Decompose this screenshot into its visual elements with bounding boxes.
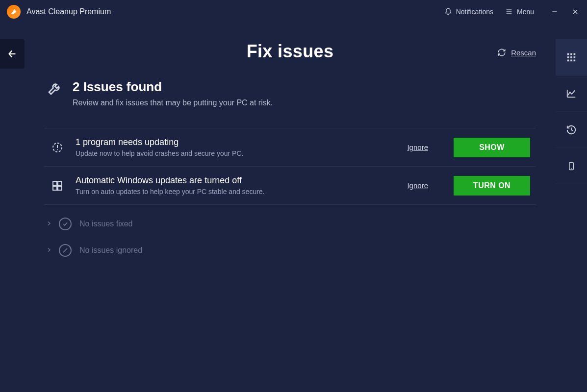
- svg-rect-12: [574, 56, 576, 58]
- wrench-icon: [47, 80, 63, 98]
- right-sidebar: [556, 39, 587, 184]
- app-logo-icon: [7, 5, 21, 19]
- main-content: Fix issues Rescan 2 Issues found Review …: [25, 29, 556, 392]
- issues-found-subtitle: Review and fix issues that may be puttin…: [73, 98, 273, 107]
- issue-desc: Turn on auto updates to help keep your P…: [76, 188, 396, 196]
- issue-title: 1 program needs updating: [76, 137, 396, 147]
- svg-rect-10: [567, 56, 569, 58]
- fixed-issues-section[interactable]: No issues fixed: [46, 211, 536, 237]
- issue-title: Automatic Windows updates are turned off: [76, 175, 396, 186]
- fixed-issues-label: No issues fixed: [79, 220, 133, 228]
- chevron-right-icon: [46, 246, 51, 255]
- rescan-button[interactable]: Rescan: [497, 48, 536, 57]
- svg-point-20: [57, 149, 58, 150]
- menu-button[interactable]: Menu: [501, 5, 538, 19]
- chevron-right-icon: [46, 220, 51, 228]
- sidebar-item-mobile[interactable]: [556, 148, 587, 184]
- close-button[interactable]: [570, 7, 580, 17]
- update-alert-icon: [50, 142, 65, 153]
- ignored-issues-section[interactable]: No issues ignored: [46, 237, 536, 264]
- minimize-button[interactable]: [550, 7, 560, 17]
- bell-icon: [444, 8, 452, 16]
- svg-rect-14: [570, 59, 572, 61]
- windows-update-icon: [50, 180, 65, 192]
- svg-rect-13: [567, 59, 569, 61]
- issue-row: 1 program needs updating Update now to h…: [44, 128, 536, 166]
- app-title: Avast Cleanup Premium: [26, 7, 111, 16]
- refresh-icon: [497, 48, 506, 57]
- rescan-label: Rescan: [511, 49, 536, 57]
- sidebar-item-apps[interactable]: [556, 39, 587, 75]
- issue-row: Automatic Windows updates are turned off…: [44, 166, 536, 205]
- titlebar: Avast Cleanup Premium Notifications Menu: [0, 0, 587, 24]
- ban-circle-icon: [59, 244, 72, 257]
- mobile-icon: [566, 161, 576, 171]
- issue-list: 1 program needs updating Update now to h…: [44, 128, 536, 205]
- chart-line-icon: [566, 88, 577, 99]
- check-circle-icon: [59, 218, 72, 230]
- svg-rect-11: [570, 56, 572, 58]
- issue-desc: Update now to help avoid crashes and sec…: [76, 149, 396, 157]
- svg-rect-8: [570, 53, 572, 55]
- svg-line-25: [63, 248, 67, 252]
- svg-rect-24: [58, 186, 62, 190]
- svg-rect-23: [53, 186, 57, 190]
- menu-label: Menu: [517, 8, 534, 16]
- svg-rect-21: [53, 181, 57, 185]
- sidebar-item-stats[interactable]: [556, 75, 587, 112]
- ignored-issues-label: No issues ignored: [79, 246, 142, 255]
- page-title: Fix issues: [44, 41, 536, 62]
- ignore-button[interactable]: Ignore: [407, 143, 428, 151]
- ignore-button[interactable]: Ignore: [407, 181, 428, 190]
- grid-icon: [566, 52, 577, 63]
- show-button[interactable]: SHOW: [454, 138, 530, 157]
- history-icon: [566, 124, 577, 135]
- svg-rect-9: [574, 53, 576, 55]
- notifications-label: Notifications: [456, 8, 493, 16]
- svg-rect-15: [574, 59, 576, 61]
- turn-on-button[interactable]: TURN ON: [454, 176, 530, 196]
- notifications-button[interactable]: Notifications: [440, 5, 497, 19]
- issues-found-title: 2 Issues found: [73, 79, 273, 95]
- back-button[interactable]: [0, 39, 25, 69]
- menu-icon: [505, 8, 513, 16]
- svg-rect-22: [58, 181, 62, 185]
- svg-rect-7: [567, 53, 569, 55]
- sidebar-item-history[interactable]: [556, 112, 587, 148]
